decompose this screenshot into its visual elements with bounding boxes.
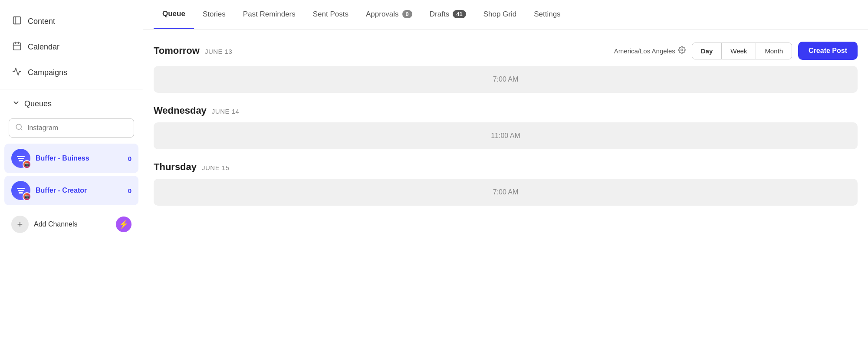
day-thursday: Thursday bbox=[154, 161, 197, 173]
tab-approvals-label: Approvals bbox=[366, 10, 399, 19]
date-thursday: JUNE 15 bbox=[202, 164, 230, 171]
channel-name-business: Buffer - Buiness bbox=[36, 154, 123, 162]
tab-stories-label: Stories bbox=[203, 10, 226, 19]
sidebar: Content Calendar Campaigns Queues bbox=[0, 0, 143, 338]
tab-queue[interactable]: Queue bbox=[154, 0, 194, 29]
calendar-icon bbox=[12, 41, 22, 53]
tab-settings-label: Settings bbox=[534, 10, 560, 19]
add-channels-label: Add Channels bbox=[34, 220, 111, 228]
date-section-wednesday: Wednesday JUNE 14 11:00 AM bbox=[154, 105, 858, 149]
date-controls: America/Los Angeles Day Week Month Creat… bbox=[614, 42, 858, 60]
channel-count-business: 0 bbox=[128, 155, 132, 162]
sidebar-divider bbox=[0, 89, 143, 89]
calendar-label: Calendar bbox=[28, 43, 59, 52]
channel-item-buffer-business[interactable]: 📷 Buffer - Buiness 0 bbox=[4, 144, 138, 173]
view-toggle: Day Week Month bbox=[692, 43, 792, 59]
tab-past-reminders[interactable]: Past Reminders bbox=[234, 0, 304, 29]
date-header-thursday: Thursday JUNE 15 bbox=[154, 161, 858, 173]
channel-item-buffer-creator[interactable]: 📷 Buffer - Creator 0 bbox=[4, 176, 138, 205]
tab-approvals[interactable]: Approvals 0 bbox=[357, 0, 421, 29]
view-week-button[interactable]: Week bbox=[722, 43, 756, 59]
plus-icon: + bbox=[11, 216, 29, 233]
sidebar-item-calendar[interactable]: Calendar bbox=[0, 34, 143, 60]
instagram-badge-business: 📷 bbox=[23, 160, 31, 169]
main-content: Queue Stories Past Reminders Sent Posts … bbox=[143, 0, 868, 338]
date-header-wednesday: Wednesday JUNE 14 bbox=[154, 105, 858, 116]
sidebar-item-content[interactable]: Content bbox=[0, 9, 143, 34]
svg-line-7 bbox=[20, 128, 22, 130]
tab-past-reminders-label: Past Reminders bbox=[243, 10, 296, 19]
day-wednesday: Wednesday bbox=[154, 105, 207, 116]
time-slot-wednesday-1: 11:00 AM bbox=[154, 122, 858, 149]
timezone-text: America/Los Angeles bbox=[614, 47, 675, 55]
svg-point-8 bbox=[681, 49, 683, 51]
content-icon bbox=[12, 16, 22, 27]
view-month-button[interactable]: Month bbox=[756, 43, 792, 59]
chevron-down-icon bbox=[12, 99, 20, 109]
create-post-button[interactable]: Create Post bbox=[798, 42, 858, 60]
search-wrap[interactable] bbox=[9, 118, 134, 138]
instagram-badge-creator: 📷 bbox=[23, 192, 31, 201]
approvals-badge: 0 bbox=[402, 10, 412, 18]
content-label: Content bbox=[28, 17, 55, 26]
search-icon bbox=[15, 123, 23, 133]
svg-rect-0 bbox=[13, 17, 21, 24]
tab-sent-posts[interactable]: Sent Posts bbox=[304, 0, 357, 29]
timezone-display: America/Los Angeles bbox=[614, 46, 686, 56]
tab-shop-grid[interactable]: Shop Grid bbox=[475, 0, 526, 29]
tab-settings[interactable]: Settings bbox=[525, 0, 569, 29]
drafts-badge: 41 bbox=[453, 10, 466, 18]
channel-name-creator: Buffer - Creator bbox=[36, 187, 123, 194]
time-slot-thursday-1: 7:00 AM bbox=[154, 179, 858, 206]
day-tomorrow: Tomorrow bbox=[154, 45, 200, 56]
queues-section[interactable]: Queues bbox=[0, 93, 143, 115]
tab-shop-grid-label: Shop Grid bbox=[483, 10, 517, 19]
date-section-thursday: Thursday JUNE 15 7:00 AM bbox=[154, 161, 858, 206]
search-input[interactable] bbox=[27, 124, 128, 132]
tab-sent-posts-label: Sent Posts bbox=[313, 10, 349, 19]
date-wednesday: JUNE 14 bbox=[212, 108, 240, 115]
svg-rect-2 bbox=[13, 43, 21, 50]
campaigns-icon bbox=[12, 67, 22, 79]
avatar-buffer-business: 📷 bbox=[11, 149, 30, 168]
sidebar-item-campaigns[interactable]: Campaigns bbox=[0, 60, 143, 85]
add-channels-button[interactable]: + Add Channels ⚡ bbox=[0, 210, 143, 239]
tab-stories[interactable]: Stories bbox=[194, 0, 234, 29]
date-section-tomorrow: Tomorrow JUNE 13 America/Los Angeles Day… bbox=[154, 42, 858, 93]
channel-list: 📷 Buffer - Buiness 0 📷 Buff bbox=[0, 144, 143, 205]
search-container bbox=[0, 115, 143, 144]
queue-content: Tomorrow JUNE 13 America/Los Angeles Day… bbox=[143, 30, 868, 338]
tab-drafts[interactable]: Drafts 41 bbox=[421, 0, 475, 29]
channel-count-creator: 0 bbox=[128, 187, 132, 194]
date-title-tomorrow: Tomorrow JUNE 13 bbox=[154, 45, 232, 56]
date-title-wednesday: Wednesday JUNE 14 bbox=[154, 105, 239, 116]
gear-icon[interactable] bbox=[678, 46, 686, 56]
date-title-thursday: Thursday JUNE 15 bbox=[154, 161, 230, 173]
tab-queue-label: Queue bbox=[162, 10, 185, 18]
lightning-badge: ⚡ bbox=[116, 217, 132, 232]
view-day-button[interactable]: Day bbox=[692, 43, 722, 59]
time-slot-tomorrow-1: 7:00 AM bbox=[154, 66, 858, 93]
tab-drafts-label: Drafts bbox=[430, 10, 449, 19]
queues-label: Queues bbox=[24, 99, 52, 108]
avatar-buffer-creator: 📷 bbox=[11, 181, 30, 200]
date-header-tomorrow: Tomorrow JUNE 13 America/Los Angeles Day… bbox=[154, 42, 858, 60]
campaigns-label: Campaigns bbox=[28, 68, 67, 77]
date-tomorrow: JUNE 13 bbox=[205, 48, 233, 55]
tab-bar: Queue Stories Past Reminders Sent Posts … bbox=[143, 0, 868, 30]
